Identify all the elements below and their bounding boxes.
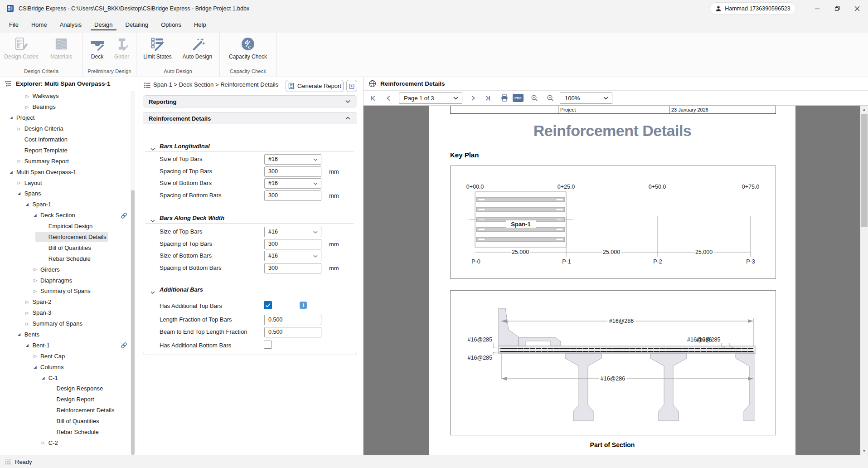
tree-item-c-1[interactable]: ◢C-1 bbox=[0, 372, 131, 383]
page-select[interactable]: Page 1 of 3 bbox=[399, 93, 462, 104]
details-accordion-header[interactable]: Reinforcement Details bbox=[143, 112, 357, 124]
scrollbar-thumb[interactable] bbox=[131, 190, 135, 455]
tree-item-bill-of-quantities[interactable]: Bill of Quantities bbox=[0, 416, 131, 427]
expand-arrow-icon[interactable]: ▷ bbox=[40, 440, 46, 445]
report-document-area[interactable]: Project 23 January 2026 Reinforcement De… bbox=[364, 106, 860, 455]
previous-page-button[interactable] bbox=[383, 92, 394, 104]
section-collapse-icon[interactable] bbox=[150, 145, 155, 148]
tree-item-rebar-schedule[interactable]: Rebar Schedule bbox=[0, 427, 131, 438]
auto-design-button[interactable]: Auto Design bbox=[178, 35, 218, 60]
spacing-of-top-bars-input[interactable]: 300 bbox=[264, 166, 321, 177]
generate-report-button[interactable]: Generate Report bbox=[286, 80, 344, 92]
size-of-top-bars-select[interactable]: #16 bbox=[264, 227, 321, 237]
size-of-bottom-bars-select[interactable]: #16 bbox=[264, 178, 321, 189]
scroll-up-arrow[interactable]: ▲ bbox=[860, 106, 868, 113]
tree-item-reinforcement-details[interactable]: Reinforcement Details bbox=[0, 405, 131, 416]
scrollbar-thumb[interactable] bbox=[861, 114, 868, 227]
first-page-button[interactable] bbox=[367, 92, 379, 104]
tree-item-c-2[interactable]: ▷C-2 bbox=[0, 438, 131, 448]
tree-item-bent-1[interactable]: ◢Bent-1 bbox=[0, 340, 131, 351]
length-fraction-of-top-bars-input[interactable]: 0.500 bbox=[264, 315, 321, 325]
collapse-arrow-icon[interactable]: ◢ bbox=[16, 191, 22, 195]
user-account-button[interactable]: Hammad 1736390596523 bbox=[710, 2, 796, 15]
tree-item-columns[interactable]: ◢Columns bbox=[0, 361, 131, 372]
expand-arrow-icon[interactable]: ▷ bbox=[16, 180, 22, 185]
size-of-bottom-bars-select[interactable]: #16 bbox=[264, 251, 321, 261]
spacing-of-bottom-bars-input[interactable]: 300 bbox=[264, 263, 321, 273]
restore-button[interactable] bbox=[829, 3, 845, 14]
export-pdf-button[interactable]: PDF bbox=[512, 92, 524, 104]
expand-arrow-icon[interactable]: ▷ bbox=[16, 159, 22, 163]
spacing-of-bottom-bars-input[interactable]: 300 bbox=[264, 190, 321, 201]
collapse-arrow-icon[interactable]: ◢ bbox=[24, 343, 30, 347]
tree-item-summary-of-spans[interactable]: ▷Summary of Spans bbox=[0, 286, 131, 297]
tree-item-design-criteria[interactable]: ▷Design Criteria bbox=[0, 123, 131, 134]
tree-item-bearings[interactable]: ▷Bearings bbox=[0, 102, 131, 112]
collapse-arrow-icon[interactable]: ◢ bbox=[32, 213, 38, 217]
expand-arrow-icon[interactable]: ▷ bbox=[24, 311, 30, 315]
tree-item-span-3[interactable]: ▷Span-3 bbox=[0, 307, 131, 318]
tree-item-bent-cap[interactable]: ▷Bent Cap bbox=[0, 351, 131, 361]
collapse-arrow-icon[interactable]: ◢ bbox=[16, 332, 22, 336]
tree-item-diaphragms[interactable]: ▷Diaphragms bbox=[0, 275, 131, 286]
explorer-scrollbar[interactable] bbox=[131, 91, 135, 455]
collapse-arrow-icon[interactable]: ◢ bbox=[8, 116, 14, 120]
menu-file[interactable]: File bbox=[5, 20, 22, 30]
expand-arrow-icon[interactable]: ▷ bbox=[24, 300, 30, 304]
tree-item-bill-of-quantities[interactable]: Bill of Quantities bbox=[0, 242, 131, 253]
tree-item-empirical-design[interactable]: Empirical Design bbox=[0, 221, 131, 232]
collapse-arrow-icon[interactable]: ◢ bbox=[32, 365, 38, 369]
menu-design[interactable]: Design bbox=[91, 20, 116, 30]
tree-item-rebar-schedule[interactable]: Rebar Schedule bbox=[0, 253, 131, 264]
limit-states-button[interactable]: Limit States bbox=[139, 35, 177, 60]
tree-item-girders[interactable]: ▷Girders bbox=[0, 264, 131, 275]
tree-item-report-template[interactable]: Report Template bbox=[0, 145, 131, 156]
zoom-out-button[interactable] bbox=[544, 92, 556, 104]
close-button[interactable] bbox=[849, 3, 865, 14]
tree-item-summary-of-spans[interactable]: ▷Summary of Spans bbox=[0, 318, 131, 329]
has-additional-top-bars-checkbox[interactable] bbox=[264, 301, 272, 309]
tree-item-walkways[interactable]: ▷Walkways bbox=[0, 91, 131, 102]
menu-home[interactable]: Home bbox=[28, 20, 51, 30]
minimize-button[interactable] bbox=[810, 3, 825, 14]
menu-detailing[interactable]: Detailing bbox=[122, 20, 152, 30]
menu-analysis[interactable]: Analysis bbox=[56, 20, 85, 30]
tree-item-cost-information[interactable]: Cost Information bbox=[0, 134, 131, 145]
tree-item-deck-section[interactable]: ◢Deck Section bbox=[0, 210, 131, 221]
section-collapse-icon[interactable] bbox=[150, 216, 155, 219]
has-additional-bottom-bars-checkbox[interactable] bbox=[264, 341, 272, 349]
scroll-down-arrow[interactable]: ▼ bbox=[860, 447, 868, 455]
collapse-arrow-icon[interactable]: ◢ bbox=[24, 202, 30, 206]
tree-item-design-report[interactable]: Design Report bbox=[0, 394, 131, 405]
beam-to-end-top-length-fraction-input[interactable]: 0.500 bbox=[264, 327, 321, 337]
tree-item-summary-report[interactable]: ▷Summary Report bbox=[0, 156, 131, 166]
expand-arrow-icon[interactable]: ▷ bbox=[32, 278, 38, 283]
collapse-arrow-icon[interactable]: ◢ bbox=[8, 170, 14, 174]
tree-item-spans[interactable]: ◢Spans bbox=[0, 188, 131, 199]
expand-arrow-icon[interactable]: ▷ bbox=[16, 127, 22, 131]
deck-button[interactable]: Deck bbox=[86, 35, 109, 60]
next-page-button[interactable] bbox=[467, 92, 479, 104]
report-scrollbar[interactable]: ▲ ▼ bbox=[860, 106, 868, 455]
menu-help[interactable]: Help bbox=[190, 20, 210, 30]
expand-arrow-icon[interactable]: ▷ bbox=[32, 289, 38, 293]
size-of-top-bars-select[interactable]: #16 bbox=[264, 154, 321, 165]
spacing-of-top-bars-input[interactable]: 300 bbox=[264, 239, 321, 249]
tree-item-project[interactable]: ◢Project bbox=[0, 112, 131, 123]
tree-item-multi-span-overpass-1[interactable]: ◢Multi Span Overpass-1 bbox=[0, 166, 131, 177]
add-to-report-button[interactable] bbox=[346, 80, 357, 92]
expand-arrow-icon[interactable]: ▷ bbox=[24, 105, 30, 109]
zoom-in-button[interactable] bbox=[529, 92, 540, 104]
tree-item-bents[interactable]: ◢Bents bbox=[0, 329, 131, 340]
menu-options[interactable]: Options bbox=[157, 20, 185, 30]
tree-item-design-response[interactable]: Design Response bbox=[0, 383, 131, 394]
reporting-accordion[interactable]: Reporting bbox=[143, 95, 357, 107]
tree-item-span-1[interactable]: ◢Span-1 bbox=[0, 199, 131, 210]
info-icon[interactable]: i bbox=[300, 302, 307, 309]
expand-arrow-icon[interactable]: ▷ bbox=[32, 267, 38, 272]
expand-arrow-icon[interactable]: ▷ bbox=[24, 94, 30, 98]
last-page-button[interactable] bbox=[481, 92, 493, 104]
tree-item-span-2[interactable]: ▷Span-2 bbox=[0, 297, 131, 307]
capacity-check-button[interactable]: dcCapacity Check bbox=[223, 35, 273, 60]
print-button[interactable] bbox=[499, 92, 510, 104]
